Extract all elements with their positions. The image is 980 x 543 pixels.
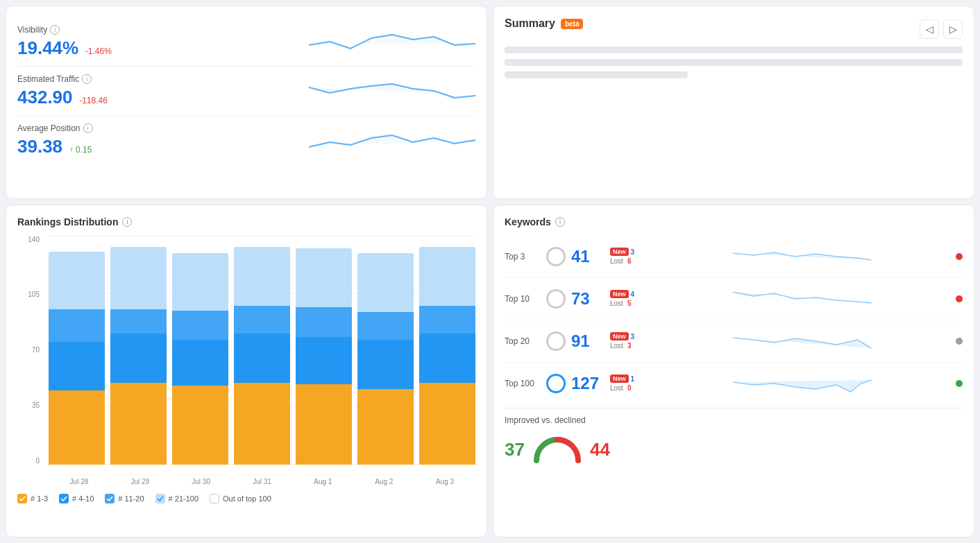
summary-title: Summary <box>505 17 555 30</box>
position-label: Average Position i <box>17 123 93 133</box>
kw-value-top100: 127 <box>571 374 605 393</box>
x-label-jul28: Jul 28 <box>49 478 110 485</box>
kw-circle-top20 <box>546 331 566 351</box>
x-labels: Jul 28 Jul 29 Jul 30 Jul 31 Aug 1 Aug 2 … <box>49 478 475 485</box>
lost-label-top3: Lost <box>610 257 623 265</box>
new-badge-top100: New <box>610 374 629 383</box>
bar-group-3[interactable] <box>234 236 290 465</box>
gauge-chart <box>533 436 582 464</box>
legend-item-out-top100[interactable]: Out of top 100 <box>210 494 271 503</box>
new-badge-top10: New <box>610 290 629 298</box>
declined-value: 44 <box>590 439 610 460</box>
y-label-70: 70 <box>32 346 40 354</box>
x-label-jul29: Jul 29 <box>110 478 171 485</box>
bar-group-2[interactable] <box>172 236 228 465</box>
new-badge-top20: New <box>610 332 629 341</box>
kw-circle-top10 <box>546 289 566 309</box>
traffic-value: 432.90 <box>17 87 73 107</box>
x-label-aug3: Aug 3 <box>414 478 475 485</box>
lost-val-top3: 6 <box>627 257 632 265</box>
summary-panel: Summary beta ◁ ▷ <box>493 6 974 199</box>
rankings-panel: Rankings Distribution i 140 105 70 35 0 <box>6 205 487 538</box>
position-info-icon[interactable]: i <box>83 123 93 133</box>
legend-label-4-10: # 4-10 <box>72 494 94 503</box>
visibility-value: 19.44% <box>17 37 78 58</box>
y-label-105: 105 <box>28 291 40 298</box>
keywords-title: Keywords i <box>505 216 963 227</box>
kw-label-top3: Top 3 <box>505 252 541 261</box>
kw-circle-top3 <box>546 247 566 266</box>
keyword-row-top20: Top 20 91 New 3 Lost 3 <box>505 320 963 363</box>
kw-new-lost-top20: New 3 Lost 3 <box>610 332 648 350</box>
improved-section: Improved vs. declined 37 44 <box>505 408 963 464</box>
bar-group-6[interactable] <box>419 236 475 465</box>
kw-label-top20: Top 20 <box>505 336 541 346</box>
legend-item-1-3[interactable]: # 1-3 <box>17 494 48 503</box>
traffic-label: Estimated Traffic i <box>17 74 108 84</box>
y-label-35: 35 <box>32 402 40 409</box>
bar-group-4[interactable] <box>296 236 352 465</box>
bar-chart <box>49 236 475 465</box>
visibility-label: Visibility i <box>17 25 112 35</box>
rankings-title: Rankings Distribution i <box>17 216 475 227</box>
position-value: 39.38 <box>17 136 62 157</box>
position-change: ↑ 0.15 <box>69 145 92 155</box>
summary-prev-button[interactable]: ◁ <box>920 19 939 39</box>
kw-value-top20: 91 <box>571 331 605 351</box>
loading-bar-2 <box>505 59 963 66</box>
traffic-change: -118.46 <box>79 96 108 105</box>
legend-label-1-3: # 1-3 <box>31 494 48 503</box>
kw-label-top100: Top 100 <box>505 379 541 388</box>
lost-val-top10: 5 <box>627 300 632 307</box>
legend-item-21-100[interactable]: # 21-100 <box>155 494 198 503</box>
visibility-info-icon[interactable]: i <box>50 25 60 35</box>
lost-val-top20: 3 <box>627 342 632 350</box>
legend-label-11-20: # 11-20 <box>118 494 144 503</box>
kw-chart-top10 <box>654 285 950 313</box>
summary-next-button[interactable]: ▷ <box>943 19 963 39</box>
improved-row: 37 44 <box>505 431 963 464</box>
new-val-top100: 1 <box>631 375 635 383</box>
lost-val-top100: 0 <box>627 384 632 392</box>
traffic-metric: Estimated Traffic i 432.90 -118.46 <box>17 67 475 116</box>
lost-label-top20: Lost <box>610 342 623 350</box>
legend: # 1-3 # 4-10 # 11-20 # 21-100 <box>17 494 475 503</box>
keywords-panel: Keywords i Top 3 41 New 3 Lost 6 <box>493 205 974 538</box>
legend-item-4-10[interactable]: # 4-10 <box>59 494 94 503</box>
beta-badge: beta <box>561 19 584 29</box>
legend-label-21-100: # 21-100 <box>169 494 198 503</box>
lost-label-top10: Lost <box>610 300 623 307</box>
kw-new-lost-top3: New 3 Lost 6 <box>610 248 648 265</box>
position-chart <box>309 123 475 157</box>
keywords-info-icon[interactable]: i <box>555 217 565 227</box>
kw-chart-top20 <box>654 327 950 355</box>
bar-group-5[interactable] <box>357 236 414 465</box>
new-val-top10: 4 <box>631 291 635 298</box>
rankings-info-icon[interactable]: i <box>122 217 132 227</box>
bar-group-1[interactable] <box>110 236 167 465</box>
loading-bar-1 <box>505 46 963 53</box>
x-label-jul31: Jul 31 <box>232 478 293 485</box>
bar-group-0[interactable] <box>49 236 105 465</box>
rankings-chart-area: 140 105 70 35 0 Jul 28 Jul 29 Jul 30 Jul… <box>17 236 475 485</box>
y-axis: 140 105 70 35 0 <box>17 236 45 465</box>
kw-value-top10: 73 <box>571 289 605 309</box>
kw-dot-top3 <box>956 253 963 260</box>
visibility-metric: Visibility i 19.44% -1.46% <box>17 17 475 67</box>
loading-bar-3 <box>505 71 688 78</box>
new-val-top20: 3 <box>631 333 635 341</box>
summary-header: Summary beta <box>505 17 583 30</box>
new-val-top3: 3 <box>631 248 635 256</box>
visibility-change: -1.46% <box>85 46 112 56</box>
legend-item-11-20[interactable]: # 11-20 <box>105 494 144 503</box>
y-label-140: 140 <box>28 236 40 243</box>
visibility-chart <box>309 24 475 59</box>
legend-label-out-top100: Out of top 100 <box>223 494 271 503</box>
kw-dot-top100 <box>956 380 963 387</box>
traffic-info-icon[interactable]: i <box>82 74 92 84</box>
kw-chart-top100 <box>654 370 950 397</box>
keyword-row-top3: Top 3 41 New 3 Lost 6 <box>505 236 963 278</box>
traffic-chart <box>309 74 475 108</box>
position-metric: Average Position i 39.38 ↑ 0.15 <box>17 116 475 164</box>
kw-label-top10: Top 10 <box>505 294 541 304</box>
